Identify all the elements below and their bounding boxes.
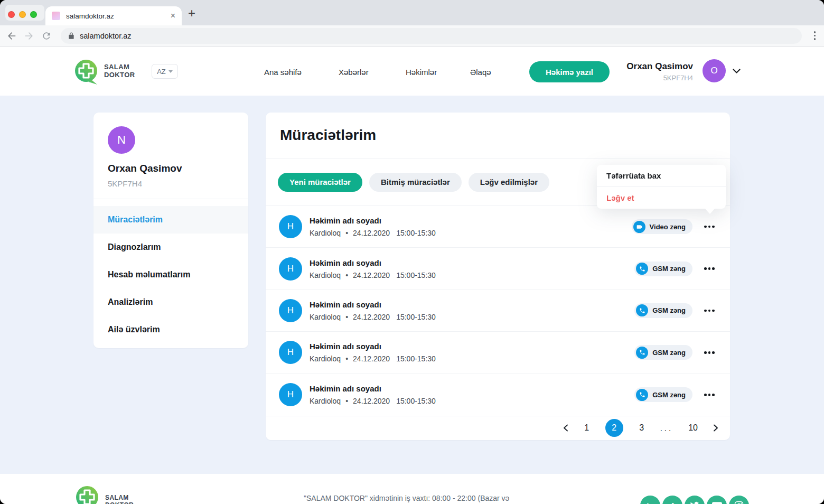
doctor-avatar: H	[279, 383, 302, 406]
appointment-date: 24.12.2020	[353, 397, 390, 405]
appointment-time: 15:00-15:30	[396, 229, 436, 237]
sidebar-item-muracietlerim[interactable]: Müraciətlərim	[93, 206, 248, 234]
nav-xeberler[interactable]: Xəbərlər	[339, 68, 369, 77]
menu-view-details[interactable]: Təfərrüata bax	[597, 165, 726, 186]
page-content: N Orxan Qasimov 5KPF7H4 Müraciətlərim Di…	[0, 96, 824, 474]
nav-ana-sehife[interactable]: Ana səhifə	[264, 68, 302, 77]
phone-call-icon	[636, 389, 648, 401]
sidebar-item-analizlerim[interactable]: Analizlərim	[93, 288, 248, 316]
appointment-row[interactable]: H Həkimin adı soyadı Kardioloq•24.12.202…	[266, 206, 730, 248]
avatar-letter: H	[287, 347, 294, 358]
appointment-date: 24.12.2020	[353, 229, 390, 237]
phone-call-icon	[636, 347, 648, 359]
lock-icon	[68, 32, 75, 40]
page-3[interactable]: 3	[639, 423, 645, 433]
language-selector[interactable]: AZ	[152, 64, 178, 79]
filter-bitmis-muracietler[interactable]: Bitmiş müraciətlər	[369, 173, 462, 192]
twitter-icon[interactable]	[685, 496, 705, 504]
avatar-letter: N	[117, 133, 126, 147]
brand-line2: DOKTOR	[104, 71, 135, 79]
row-actions-button[interactable]	[703, 220, 716, 234]
user-menu-chevron-icon[interactable]	[733, 69, 741, 73]
minimize-window-button[interactable]	[19, 11, 26, 18]
phone-call-icon	[636, 304, 648, 316]
brand-line2: DOKTOR	[105, 501, 134, 504]
browser-menu-icon[interactable]	[812, 30, 818, 41]
row-actions-button[interactable]	[703, 346, 716, 359]
sidebar-item-diagnozlarim[interactable]: Diagnozlarım	[93, 234, 248, 261]
doctor-avatar: H	[279, 257, 302, 281]
instagram-icon[interactable]	[729, 496, 749, 504]
tab-close-icon[interactable]: ×	[171, 12, 175, 20]
appointment-time: 15:00-15:30	[396, 313, 436, 321]
bullet-separator: •	[345, 397, 348, 405]
call-type-badge: GSM zəng	[634, 303, 692, 318]
sidebar-menu: Müraciətlərim Diagnozlarım Hesab məlumat…	[93, 206, 248, 343]
appointment-meta: Kardioloq•24.12.202015:00-15:30	[310, 271, 634, 279]
browser-tab-strip: salamdoktor.az × +	[0, 0, 824, 25]
write-to-doctor-button[interactable]: Həkimə yazıl	[529, 61, 610, 82]
browser-toolbar: salamdoktor.az	[0, 25, 824, 46]
nav-elaqe[interactable]: Əlaqə	[470, 68, 491, 77]
avatar-letter: H	[287, 221, 294, 232]
salamdoktor-logo-icon[interactable]	[73, 58, 100, 86]
brand-line1: SALAM	[105, 494, 134, 501]
row-actions-button[interactable]	[703, 304, 716, 318]
sidebar-item-hesab-melumatlarim[interactable]: Hesab məlumatlarım	[93, 261, 248, 288]
row-actions-button[interactable]	[703, 262, 716, 276]
pagination: 1 2 3 ... 10	[266, 416, 730, 440]
reload-icon[interactable]	[41, 31, 52, 41]
appointment-meta: Kardioloq•24.12.202015:00-15:30	[310, 354, 634, 363]
specialty: Kardioloq	[310, 397, 341, 405]
menu-cancel[interactable]: Ləğv et	[597, 187, 726, 209]
profile-code: 5KPF7H4	[108, 179, 142, 188]
forward-icon[interactable]	[24, 31, 34, 41]
filter-legv-edilmisler[interactable]: Ləğv edilmişlər	[469, 173, 549, 192]
call-type-label: GSM zəng	[652, 391, 686, 399]
youtube-icon[interactable]	[707, 496, 727, 504]
brand-line1: SALAM	[104, 63, 135, 71]
call-type-badge: GSM zəng	[634, 387, 692, 402]
maximize-window-button[interactable]	[30, 11, 37, 18]
url-bar[interactable]: salamdoktor.az	[61, 28, 802, 44]
pagination-prev-icon[interactable]	[563, 424, 568, 432]
linkedin-icon[interactable]: in	[640, 496, 660, 504]
page-title: Müraciətlərim	[280, 127, 376, 144]
page-10[interactable]: 10	[688, 423, 698, 433]
site-favicon-icon	[52, 12, 60, 20]
new-tab-button[interactable]: +	[188, 6, 195, 21]
browser-tab[interactable]: salamdoktor.az ×	[45, 6, 182, 25]
appointment-info: Həkimin adı soyadı Kardioloq•24.12.20201…	[310, 300, 634, 321]
appointment-row[interactable]: H Həkimin adı soyadı Kardioloq•24.12.202…	[266, 374, 730, 416]
appointments-list: H Həkimin adı soyadı Kardioloq•24.12.202…	[266, 206, 730, 416]
appointment-info: Həkimin adı soyadı Kardioloq•24.12.20201…	[310, 216, 632, 237]
facebook-icon[interactable]: f	[662, 496, 682, 504]
row-actions-button[interactable]	[703, 388, 716, 402]
brand-text: SALAM DOKTOR	[105, 494, 134, 504]
nav-hekimler[interactable]: Həkimlər	[406, 68, 437, 77]
avatar[interactable]: O	[703, 59, 726, 82]
appointment-row[interactable]: H Həkimin adı soyadı Kardioloq•24.12.202…	[266, 332, 730, 374]
call-type-label: GSM zəng	[652, 265, 686, 273]
pagination-next-icon[interactable]	[713, 424, 718, 432]
page-ellipsis: ...	[660, 424, 673, 433]
close-window-button[interactable]	[8, 11, 15, 18]
panel-header: Müraciətlərim	[266, 113, 730, 158]
doctor-avatar: H	[279, 215, 302, 238]
specialty: Kardioloq	[310, 313, 341, 321]
sidebar-item-aile-uzvlerim[interactable]: Ailə üzvlərim	[93, 316, 248, 343]
filter-yeni-muracietler[interactable]: Yeni müraciətlər	[278, 173, 362, 192]
appointment-row[interactable]: H Həkimin adı soyadı Kardioloq•24.12.202…	[266, 248, 730, 290]
doctor-name: Həkimin adı soyadı	[310, 384, 634, 393]
header-user-info[interactable]: Orxan Qasimov 5KPF7H4	[626, 61, 693, 82]
avatar-letter: H	[287, 305, 294, 316]
specialty: Kardioloq	[310, 271, 341, 279]
bullet-separator: •	[345, 271, 348, 279]
appointment-row[interactable]: H Həkimin adı soyadı Kardioloq•24.12.202…	[266, 290, 730, 332]
page-2-active[interactable]: 2	[605, 419, 623, 437]
back-icon[interactable]	[6, 31, 17, 41]
page-1[interactable]: 1	[584, 423, 590, 433]
doctor-name: Həkimin adı soyadı	[310, 342, 634, 351]
appointment-meta: Kardioloq•24.12.202015:00-15:30	[310, 397, 634, 405]
brand-text: SALAM DOKTOR	[104, 63, 135, 79]
